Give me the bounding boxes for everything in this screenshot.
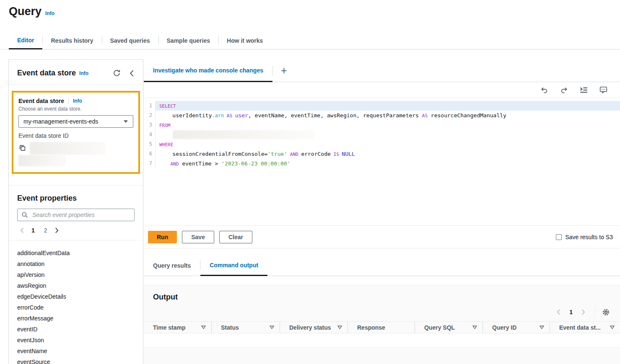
line-number: 6 — [144, 149, 156, 159]
event-properties-section: Event properties 1 2 — [9, 185, 143, 235]
list-item[interactable]: apiVersion — [17, 269, 135, 280]
code-line: 1 SELECT — [144, 101, 620, 111]
page-number-2[interactable]: 2 — [39, 226, 52, 235]
output-title: Output — [144, 285, 620, 302]
event-properties-list: additionalEventData annotation apiVersio… — [9, 240, 143, 364]
line-number: 1 — [144, 101, 156, 111]
comment-icon[interactable] — [599, 86, 607, 93]
list-item[interactable]: eventSource — [17, 356, 135, 364]
output-table-empty-body — [144, 333, 620, 348]
event-properties-title: Event properties — [17, 194, 135, 203]
line-number: 4 — [144, 130, 156, 139]
column-header-time-stamp[interactable]: Time stamp — [144, 322, 212, 333]
format-sql-icon[interactable] — [580, 87, 588, 93]
top-tab-bar: Editor Results history Saved queries Sam… — [0, 32, 620, 49]
run-button[interactable]: Run — [148, 231, 177, 243]
line-number: 7 — [144, 159, 156, 168]
output-page-number[interactable]: 1 — [565, 309, 577, 315]
column-header-delivery-status[interactable]: Delivery status — [280, 322, 348, 333]
refresh-icon[interactable] — [113, 69, 121, 77]
tab-saved-queries[interactable]: Saved queries — [102, 32, 158, 49]
add-query-tab-button[interactable]: + — [273, 59, 295, 82]
editor-actions-bar: Run Save Clear Save results to S3 — [144, 225, 620, 248]
clear-button[interactable]: Clear — [219, 231, 252, 243]
list-item[interactable]: eventName — [17, 346, 135, 356]
sidebar-header: Event data store Info — [9, 60, 143, 85]
sidebar-title: Event data store — [17, 69, 76, 77]
page-header: Query Info — [0, 0, 620, 18]
code-line: 6 sessionCredentialFromConsole='true' AN… — [144, 149, 620, 159]
list-item[interactable]: eventID — [17, 324, 135, 335]
list-item[interactable]: additionalEventData — [17, 248, 135, 258]
list-item[interactable]: errorMessage — [17, 313, 135, 324]
page-title: Query — [9, 5, 42, 18]
tab-command-output[interactable]: Command output — [200, 255, 267, 276]
column-header-query-id[interactable]: Query ID — [483, 322, 550, 333]
event-data-store-select[interactable]: my-management-events-eds — [18, 115, 133, 128]
line-number: 5 — [144, 139, 156, 149]
save-to-s3-checkbox[interactable] — [556, 234, 562, 240]
line-number: 3 — [144, 120, 156, 130]
tab-results-history[interactable]: Results history — [42, 32, 101, 49]
filter-icon[interactable] — [540, 325, 544, 329]
code-line: 2 userIdentity.arn AS user, eventName, e… — [144, 111, 620, 120]
tab-query-results[interactable]: Query results — [144, 255, 200, 276]
tab-how-it-works[interactable]: How it works — [218, 32, 271, 49]
redacted-id-line-2 — [18, 155, 66, 166]
page-info-link[interactable]: Info — [45, 10, 54, 16]
sql-editor[interactable]: 1 SELECT 2 userIdentity.arn AS user, eve… — [144, 98, 620, 225]
sidebar-info-link[interactable]: Info — [79, 70, 88, 76]
save-button[interactable]: Save — [182, 231, 214, 243]
properties-pagination: 1 2 — [17, 226, 135, 235]
column-header-status[interactable]: Status — [212, 322, 280, 333]
eds-title-row: Event data store Info — [18, 98, 133, 104]
list-item[interactable]: edgeDeviceDetails — [17, 291, 135, 302]
filter-icon[interactable] — [201, 325, 206, 329]
query-page: Query Info Editor Results history Saved … — [0, 0, 620, 364]
tab-sample-queries[interactable]: Sample queries — [158, 32, 219, 49]
save-results-to-s3: Save results to S3 — [556, 234, 613, 240]
page-number-1[interactable]: 1 — [27, 226, 39, 235]
eds-title: Event data store — [18, 98, 64, 104]
redo-icon[interactable] — [560, 86, 568, 93]
output-controls: 1 — [144, 302, 620, 321]
query-editor-main: Investigate who made console changes + 1… — [144, 59, 620, 364]
query-tab-bar: Investigate who made console changes + — [144, 59, 620, 82]
undo-icon[interactable] — [540, 86, 548, 93]
output-page-prev-icon[interactable] — [554, 308, 563, 316]
column-header-query-sql[interactable]: Query SQL — [415, 322, 483, 333]
line-number: 2 — [144, 111, 156, 120]
filter-icon[interactable] — [472, 325, 477, 329]
selected-event-data-store: my-management-events-eds — [23, 118, 98, 125]
spacer — [144, 276, 620, 285]
collapse-panel-icon[interactable] — [129, 70, 135, 77]
query-tab-investigate[interactable]: Investigate who made console changes — [144, 59, 272, 82]
filter-icon[interactable] — [270, 325, 274, 329]
eds-id-value-redacted — [18, 142, 133, 169]
search-input[interactable] — [31, 211, 130, 219]
divider — [595, 307, 595, 317]
redacted-id-line-1 — [30, 142, 105, 155]
copy-icon[interactable] — [19, 145, 26, 152]
page-next-icon[interactable] — [52, 227, 62, 234]
list-item[interactable]: awsRegion — [17, 280, 135, 291]
list-item[interactable]: errorCode — [17, 302, 135, 313]
settings-gear-icon[interactable] — [602, 308, 610, 316]
results-tab-bar: Query results Command output — [144, 255, 620, 276]
eds-info-link[interactable]: Info — [73, 98, 82, 104]
redacted-event-data-store-arn — [173, 130, 314, 139]
dropdown-caret-icon — [123, 120, 128, 123]
event-data-store-callout: Event data store Info Choose an event da… — [12, 91, 140, 174]
column-header-response[interactable]: Response — [348, 322, 415, 333]
filter-icon[interactable] — [610, 325, 615, 329]
editor-toolbar — [144, 82, 620, 98]
tab-editor[interactable]: Editor — [9, 32, 42, 49]
filter-icon[interactable] — [337, 325, 342, 329]
column-header-event-data-store[interactable]: Event data st... — [550, 322, 620, 333]
list-item[interactable]: eventJson — [17, 335, 135, 346]
code-line: 5 WHERE — [144, 139, 620, 149]
page-prev-icon[interactable] — [17, 227, 27, 234]
list-item[interactable]: annotation — [17, 258, 135, 269]
eds-id-label: Event data store ID — [18, 132, 133, 139]
output-page-next-icon[interactable] — [578, 308, 588, 316]
